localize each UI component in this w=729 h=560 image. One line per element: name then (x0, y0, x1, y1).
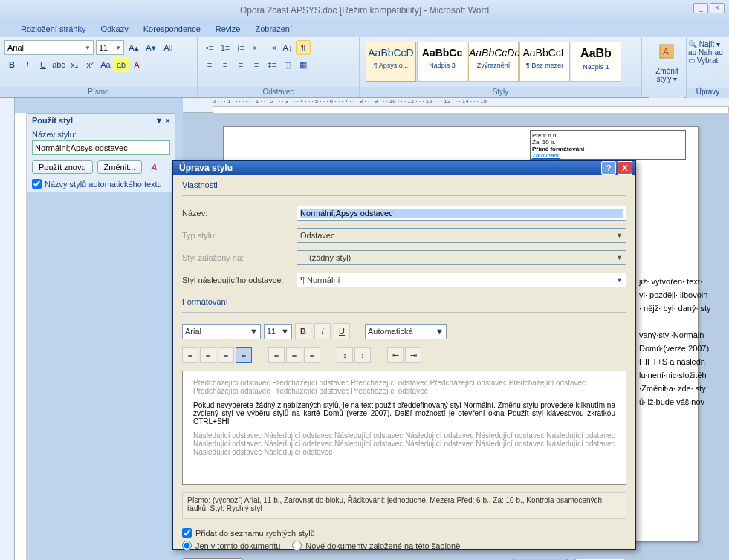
change-case-button[interactable]: Aa (98, 57, 113, 72)
properties-heading: Vlastnosti (182, 180, 626, 189)
dialog-close-button[interactable]: X (618, 161, 632, 175)
dlg-indent-inc[interactable]: ⇥ (405, 347, 421, 363)
outdent-button[interactable]: ⇤ (249, 40, 264, 55)
para-group-label: Odstavec (198, 87, 359, 97)
quick-styles-label: Přidat do seznamu rychlých stylů (195, 529, 315, 538)
styles-pane-icon[interactable]: A (146, 160, 161, 175)
dlg-spacing-2[interactable]: ≡ (304, 347, 320, 363)
apply-style-pane: Použít styl ▼ × Název stylu: Použít znov… (27, 113, 175, 192)
dlg-spacing-1[interactable]: ≡ (268, 347, 285, 363)
next-para-combo[interactable]: ¶ Normální▼ (297, 273, 626, 287)
style-item-apsys[interactable]: AaBbCcD¶ Apsys o... (366, 42, 416, 82)
shrink-font-button[interactable]: A▾ (143, 40, 158, 55)
style-tooltip: Před: 6 b. Za: 10 b. Přímé formátování Z… (530, 130, 686, 160)
styles-gallery[interactable]: AaBbCcD¶ Apsys o... AaBbCcNadpis 3 AaBbC… (364, 40, 637, 83)
italic-button[interactable]: I (20, 57, 35, 72)
minimize-button[interactable]: _ (693, 3, 708, 13)
tab-view[interactable]: Zobrazení (255, 21, 292, 37)
side-pane (15, 113, 27, 560)
indent-button[interactable]: ⇥ (265, 40, 279, 55)
borders-button[interactable]: ▦ (296, 57, 311, 72)
tab-mailings[interactable]: Korespondence (143, 21, 201, 37)
justify-button[interactable]: ≡ (249, 57, 264, 72)
style-item-zvyrazneni[interactable]: AaBbCcDcZvýraznění (468, 42, 519, 82)
font-name-combo[interactable]: Arial▼ (4, 40, 94, 55)
dlg-align-right[interactable]: ≡ (218, 347, 234, 363)
next-para-label: Styl následujícího odstavce: (182, 276, 291, 284)
dialog-titlebar[interactable]: Úprava stylu ? X (173, 161, 635, 175)
style-name-field[interactable] (297, 206, 626, 221)
align-right-button[interactable]: ≡ (233, 57, 248, 72)
tab-review[interactable]: Revize (216, 21, 241, 37)
dlg-space-before-inc[interactable]: ↕ (337, 347, 353, 363)
bullets-button[interactable]: •≡ (202, 40, 217, 55)
replace-button[interactable]: ab Nahrad (688, 48, 728, 56)
tab-references[interactable]: Odkazy (100, 21, 128, 37)
autotext-label: Názvy stylů automatického textu (45, 180, 162, 189)
strike-button[interactable]: abc (51, 57, 66, 72)
dlg-justify[interactable]: ≡ (236, 347, 252, 363)
dlg-spacing-15[interactable]: ≡ (286, 347, 302, 363)
find-button[interactable]: 🔍 Najít ▾ (688, 40, 728, 48)
line-spacing-button[interactable]: ‡≡ (265, 57, 279, 72)
pane-menu-icon[interactable]: ▼ (155, 116, 163, 125)
based-on-combo: (žádný styl)▼ (297, 250, 626, 265)
pane-close-icon[interactable]: × (166, 116, 170, 125)
dlg-size-combo[interactable]: 11▼ (264, 324, 292, 339)
dlg-indent-dec[interactable]: ⇤ (387, 347, 404, 363)
bold-button[interactable]: B (4, 57, 19, 72)
tab-layout[interactable]: Rozložení stránky (21, 21, 85, 37)
dialog-help-button[interactable]: ? (601, 161, 616, 175)
style-item-bezmezer[interactable]: AaBbCcL¶ Bez mezer (519, 42, 570, 82)
subscript-button[interactable]: x₂ (67, 57, 82, 72)
document-text-fragment: již· vytvořen· text· yl· později· libovo… (639, 275, 728, 408)
grow-font-button[interactable]: A▴ (126, 40, 141, 55)
highlight-button[interactable]: ab (114, 57, 129, 72)
dlg-bold-button[interactable]: B (295, 323, 311, 339)
editing-group: 🔍 Najít ▾ ab Nahrad ▭ Vybrat Úpravy (686, 37, 729, 98)
sort-button[interactable]: A↓ (280, 40, 295, 55)
style-item-nadpis3[interactable]: AaBbCcNadpis 3 (417, 42, 467, 82)
dlg-align-center[interactable]: ≡ (200, 347, 216, 363)
show-marks-button[interactable]: ¶ (296, 40, 311, 55)
dlg-underline-button[interactable]: U (334, 323, 350, 339)
font-color-button[interactable]: A (129, 57, 144, 72)
shading-button[interactable]: ◫ (280, 57, 295, 72)
based-on-label: Styl založený na: (182, 253, 291, 262)
dlg-color-combo[interactable]: Automatická▼ (365, 324, 447, 339)
dlg-italic-button[interactable]: I (314, 323, 331, 339)
dlg-space-before-dec[interactable]: ↕ (354, 347, 371, 363)
scope-template-radio[interactable] (292, 541, 302, 550)
modify-button[interactable]: Změnit... (97, 160, 143, 174)
modify-style-dialog: Úprava stylu ? X Vlastnosti Název: Typ s… (172, 160, 636, 550)
style-name-input[interactable] (32, 140, 170, 155)
autotext-checkbox[interactable] (32, 179, 42, 189)
close-button[interactable]: × (710, 3, 725, 13)
formatting-heading: Formátování (182, 297, 626, 306)
change-styles-button[interactable]: A Změnit styly ▾ (649, 37, 684, 98)
left-strip (0, 98, 15, 560)
align-center-button[interactable]: ≡ (218, 57, 233, 72)
font-size-combo[interactable]: 11▼ (96, 40, 124, 55)
multilevel-button[interactable]: ⁞≡ (233, 40, 248, 55)
dlg-align-left[interactable]: ≡ (182, 347, 198, 363)
reapply-button[interactable]: Použít znovu (32, 160, 93, 174)
styles-group-label: Styly (360, 87, 641, 97)
scope-doc-radio[interactable] (182, 541, 192, 550)
dlg-font-combo[interactable]: Arial▼ (182, 324, 261, 339)
title-bar: Opora 2cast APSYS.doc [Režim kompatibili… (0, 0, 729, 21)
name-label: Název: (182, 209, 291, 218)
style-description: Písmo: (výchozí) Arial, 11 b., Zarovnat … (182, 492, 626, 519)
quick-styles-checkbox[interactable] (182, 528, 192, 538)
underline-button[interactable]: U (36, 57, 51, 72)
superscript-button[interactable]: x² (82, 57, 97, 72)
type-label: Typ stylu: (182, 231, 291, 240)
align-left-button[interactable]: ≡ (202, 57, 217, 72)
select-button[interactable]: ▭ Vybrat (688, 56, 728, 65)
numbering-button[interactable]: 1≡ (218, 40, 233, 55)
ribbon-tabs: Rozložení stránky Odkazy Korespondence R… (0, 21, 729, 37)
style-name-label: Název stylu: (32, 130, 170, 139)
style-item-nadpis1[interactable]: AaBbNadpis 1 (571, 42, 621, 82)
ruler[interactable]: 2 · · · 1 · · · · · · · 1 · · · 2 · · · … (183, 98, 729, 113)
clear-format-button[interactable]: A⃠ (161, 40, 175, 55)
